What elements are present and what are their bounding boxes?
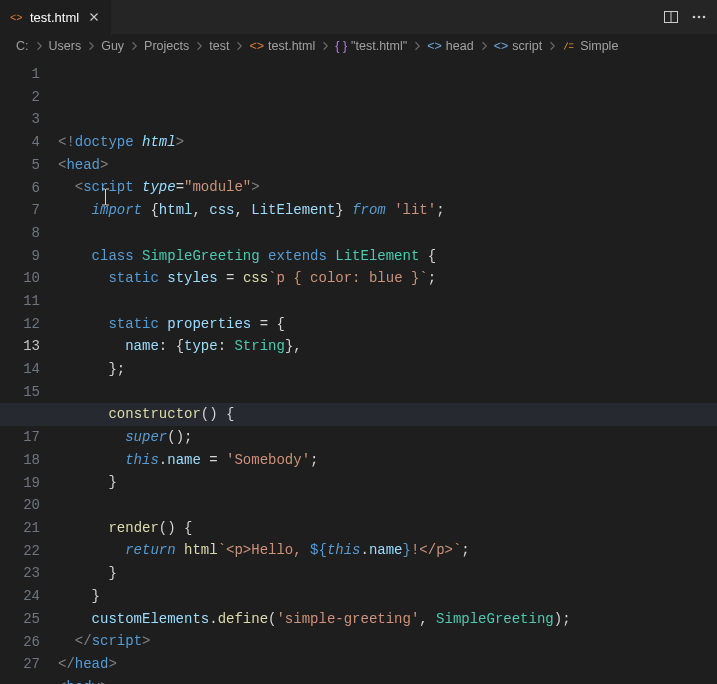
line-number: 7 bbox=[0, 199, 40, 222]
tag-icon: <> bbox=[427, 39, 442, 53]
svg-point-4 bbox=[698, 16, 701, 19]
tab-label: test.html bbox=[30, 10, 79, 25]
breadcrumb-item[interactable]: Simple bbox=[562, 39, 618, 53]
code-line[interactable]: </head> bbox=[58, 653, 717, 676]
html-file-icon: <> bbox=[249, 39, 264, 53]
code-line[interactable]: </script> bbox=[58, 630, 717, 653]
breadcrumb-label: "test.html" bbox=[351, 39, 407, 53]
chevron-right-icon bbox=[319, 40, 331, 52]
line-number: 3 bbox=[0, 108, 40, 131]
line-number: 27 bbox=[0, 653, 40, 676]
line-number: 19 bbox=[0, 472, 40, 495]
editor-actions bbox=[663, 9, 717, 25]
breadcrumb-label: Simple bbox=[580, 39, 618, 53]
line-number: 15 bbox=[0, 381, 40, 404]
line-number: 5 bbox=[0, 154, 40, 177]
breadcrumb-label: C: bbox=[16, 39, 29, 53]
line-number: 24 bbox=[0, 585, 40, 608]
line-number: 12 bbox=[0, 313, 40, 336]
line-number: 6 bbox=[0, 177, 40, 200]
breadcrumb-label: Projects bbox=[144, 39, 189, 53]
breadcrumb-item[interactable]: Users bbox=[49, 39, 82, 53]
line-number: 8 bbox=[0, 222, 40, 245]
code-line[interactable]: <script type="module"> bbox=[58, 176, 717, 199]
breadcrumb-item[interactable]: test bbox=[209, 39, 229, 53]
breadcrumb-item[interactable]: { }"test.html" bbox=[335, 39, 407, 53]
breadcrumb-label: test bbox=[209, 39, 229, 53]
code-line[interactable]: <body> bbox=[58, 676, 717, 684]
braces-icon: { } bbox=[335, 39, 347, 53]
line-number: 14 bbox=[0, 358, 40, 381]
breadcrumb-label: Users bbox=[49, 39, 82, 53]
line-number: 26 bbox=[0, 631, 40, 654]
chevron-right-icon bbox=[193, 40, 205, 52]
breadcrumb-item[interactable]: <>test.html bbox=[249, 39, 315, 53]
chevron-right-icon bbox=[411, 40, 423, 52]
code-line[interactable]: }; bbox=[58, 358, 717, 381]
chevron-right-icon bbox=[33, 40, 45, 52]
svg-text:<>: <> bbox=[10, 12, 23, 24]
tab-bar: <> test.html bbox=[0, 0, 717, 35]
breadcrumb-item[interactable]: Projects bbox=[144, 39, 189, 53]
code-line[interactable]: static styles = css`p { color: blue }`; bbox=[58, 267, 717, 290]
code-line[interactable] bbox=[58, 494, 717, 517]
line-number: 22 bbox=[0, 540, 40, 563]
line-number: 1 bbox=[0, 63, 40, 86]
html-file-icon: <> bbox=[10, 10, 24, 24]
more-actions-icon[interactable] bbox=[691, 9, 707, 25]
code-line[interactable] bbox=[58, 381, 717, 404]
line-number: 11 bbox=[0, 290, 40, 313]
code-line[interactable]: } bbox=[58, 562, 717, 585]
line-number: 4 bbox=[0, 131, 40, 154]
line-number: 20 bbox=[0, 494, 40, 517]
breadcrumb-item[interactable]: C: bbox=[16, 39, 29, 53]
code-line[interactable]: super(); bbox=[58, 426, 717, 449]
code-line[interactable]: name: {type: String}, bbox=[58, 335, 717, 358]
line-number-gutter: 1234567891011121314151617181920212223242… bbox=[0, 63, 58, 684]
breadcrumb-label: Guy bbox=[101, 39, 124, 53]
line-number: 21 bbox=[0, 517, 40, 540]
chevron-right-icon bbox=[233, 40, 245, 52]
chevron-right-icon bbox=[128, 40, 140, 52]
code-line[interactable]: <head> bbox=[58, 154, 717, 177]
breadcrumb-label: head bbox=[446, 39, 474, 53]
breadcrumb-item[interactable]: Guy bbox=[101, 39, 124, 53]
line-number: 13 bbox=[0, 335, 40, 358]
line-number: 23 bbox=[0, 562, 40, 585]
code-line[interactable]: } bbox=[58, 471, 717, 494]
text-cursor-icon bbox=[105, 143, 106, 161]
code-line[interactable]: <!doctype html> bbox=[58, 131, 717, 154]
close-icon[interactable] bbox=[85, 8, 103, 26]
code-line[interactable]: import {html, css, LitElement} from 'lit… bbox=[58, 199, 717, 222]
code-line[interactable]: class SimpleGreeting extends LitElement … bbox=[58, 245, 717, 268]
svg-point-5 bbox=[703, 16, 706, 19]
code-line[interactable]: customElements.define('simple-greeting',… bbox=[58, 608, 717, 631]
breadcrumb-item[interactable]: <>head bbox=[427, 39, 473, 53]
split-editor-icon[interactable] bbox=[663, 9, 679, 25]
code-line[interactable]: render() { bbox=[58, 517, 717, 540]
line-number: 18 bbox=[0, 449, 40, 472]
line-number: 10 bbox=[0, 267, 40, 290]
chevron-right-icon bbox=[85, 40, 97, 52]
breadcrumb-label: script bbox=[512, 39, 542, 53]
code-line[interactable]: constructor() { bbox=[0, 403, 717, 426]
code-line[interactable] bbox=[58, 290, 717, 313]
class-icon bbox=[562, 39, 576, 53]
chevron-right-icon bbox=[478, 40, 490, 52]
code-content[interactable]: <!doctype html><head> <script type="modu… bbox=[58, 63, 717, 684]
line-number: 17 bbox=[0, 426, 40, 449]
code-line[interactable]: } bbox=[58, 585, 717, 608]
code-line[interactable] bbox=[58, 222, 717, 245]
line-number: 25 bbox=[0, 608, 40, 631]
svg-point-3 bbox=[693, 16, 696, 19]
code-line[interactable]: static properties = { bbox=[58, 313, 717, 336]
breadcrumb[interactable]: C:UsersGuyProjectstest<>test.html{ }"tes… bbox=[0, 35, 717, 57]
tab-active[interactable]: <> test.html bbox=[0, 0, 112, 35]
code-line[interactable]: this.name = 'Somebody'; bbox=[58, 449, 717, 472]
line-number: 2 bbox=[0, 86, 40, 109]
breadcrumb-item[interactable]: <>script bbox=[494, 39, 542, 53]
breadcrumb-label: test.html bbox=[268, 39, 315, 53]
code-editor[interactable]: 1234567891011121314151617181920212223242… bbox=[0, 57, 717, 684]
line-number: 9 bbox=[0, 245, 40, 268]
code-line[interactable]: return html`<p>Hello, ${this.name}!</p>`… bbox=[58, 539, 717, 562]
